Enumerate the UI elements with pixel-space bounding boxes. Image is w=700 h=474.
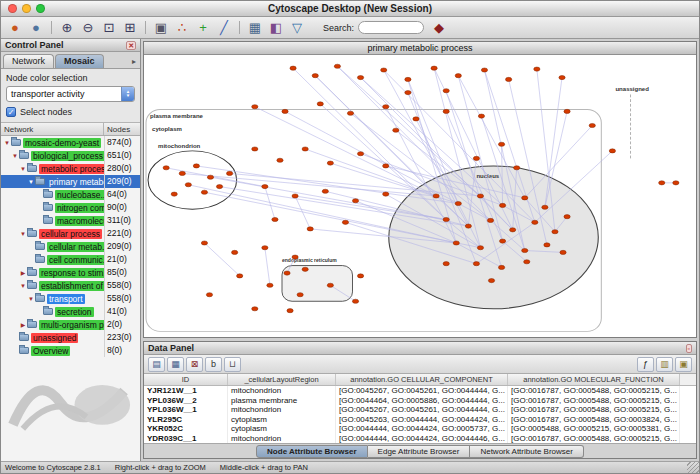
network-node[interactable] <box>455 74 461 78</box>
network-node[interactable] <box>544 243 550 247</box>
tree-row-metabolic-process[interactable]: ▼metabolic process280(0) <box>1 162 140 175</box>
minimize-button[interactable] <box>22 4 31 13</box>
network-node[interactable] <box>393 128 399 132</box>
network-node[interactable] <box>347 111 353 115</box>
zoom-in-button[interactable]: ⊕ <box>57 19 77 37</box>
network-node[interactable] <box>589 123 595 127</box>
network-node[interactable] <box>207 175 213 179</box>
function-builder-button[interactable]: ƒ <box>637 357 654 372</box>
zoom-out-button[interactable]: ⊖ <box>78 19 98 37</box>
network-node[interactable] <box>433 194 439 198</box>
network-node[interactable] <box>532 220 538 224</box>
network-node[interactable] <box>287 309 293 313</box>
network-node[interactable] <box>522 248 528 252</box>
network-node[interactable] <box>317 102 323 106</box>
network-node[interactable] <box>609 149 615 153</box>
network-node[interactable] <box>431 66 437 70</box>
network-node[interactable] <box>206 293 212 297</box>
network-node[interactable] <box>383 164 389 168</box>
network-node[interactable] <box>443 262 449 266</box>
table-row[interactable]: YDR039C__1mitochondrion[GO:0044444, GO:0… <box>144 434 696 444</box>
network-node[interactable] <box>201 241 207 245</box>
network-node[interactable] <box>226 171 232 175</box>
column-header-id[interactable]: ID <box>144 374 228 385</box>
tree-row-biological-process[interactable]: ▼biological_process651(0) <box>1 149 140 162</box>
close-button[interactable] <box>8 4 17 13</box>
network-node[interactable] <box>216 185 222 189</box>
network-node[interactable] <box>277 158 283 162</box>
network-node[interactable] <box>342 220 348 224</box>
tree-row-cell-communic[interactable]: cell communic...21(0) <box>1 253 140 266</box>
network-node[interactable] <box>443 217 449 221</box>
network-node[interactable] <box>534 67 540 71</box>
expand-arrow-icon[interactable]: ▼ <box>19 283 27 289</box>
destroy-network-button[interactable]: ● <box>5 19 25 37</box>
tree-row-multi-organism-pr[interactable]: ▶multi-organism pr...2(0) <box>1 318 140 331</box>
add-edge-button[interactable]: ╱ <box>214 19 234 37</box>
network-overview-button[interactable]: ∴ <box>172 19 192 37</box>
network-node[interactable] <box>302 147 308 151</box>
delete-attribute-button[interactable]: ⊠ <box>186 357 203 372</box>
network-node[interactable] <box>473 262 479 266</box>
network-node[interactable] <box>284 271 290 275</box>
tree-row-cellular-process[interactable]: ▼cellular process221(0) <box>1 227 140 240</box>
network-node[interactable] <box>405 91 411 95</box>
snapshot-button[interactable]: ▣ <box>151 19 171 37</box>
network-node[interactable] <box>312 74 318 78</box>
network-node[interactable] <box>163 166 169 170</box>
network-canvas[interactable]: plasma membrane cytoplasm mitochondrion … <box>144 55 696 337</box>
create-network-button[interactable]: ● <box>26 19 46 37</box>
network-node[interactable] <box>322 189 328 193</box>
export-attributes-button[interactable]: ▣ <box>675 357 692 372</box>
network-node[interactable] <box>473 156 479 160</box>
network-node[interactable] <box>302 267 308 271</box>
network-node[interactable] <box>560 250 566 254</box>
tree-row-unassigned[interactable]: unassigned223(0) <box>1 331 140 344</box>
network-node[interactable] <box>405 77 411 81</box>
network-node[interactable] <box>252 147 258 151</box>
network-node[interactable] <box>383 192 389 196</box>
network-node[interactable] <box>564 215 570 219</box>
birds-eye-view[interactable] <box>3 361 138 435</box>
network-node[interactable] <box>252 307 258 311</box>
tree-row-overview[interactable]: Overview8(0) <box>1 344 140 357</box>
network-node[interactable] <box>262 185 268 189</box>
network-node[interactable] <box>506 77 512 81</box>
network-node[interactable] <box>498 265 504 269</box>
network-node[interactable] <box>481 68 487 72</box>
network-node[interactable] <box>252 105 258 109</box>
zoom-button[interactable] <box>36 4 45 13</box>
expand-arrow-icon[interactable]: ▼ <box>19 166 27 172</box>
network-node[interactable] <box>498 142 504 146</box>
resize-grip[interactable] <box>687 462 699 474</box>
tree-row-cellular-metab[interactable]: cellular metab...209(0) <box>1 240 140 253</box>
network-node[interactable] <box>477 246 483 250</box>
import-table-button[interactable]: ▦ <box>245 19 265 37</box>
tab-network-attribute-browser[interactable]: Network Attribute Browser <box>470 445 583 458</box>
zoom-fit-button[interactable]: ⊞ <box>120 19 140 37</box>
network-node[interactable] <box>499 239 505 243</box>
tab-scroll-right-icon[interactable]: ▸ <box>132 57 138 68</box>
tree-row-primary-metabo[interactable]: ▼primary metabo...209(0) <box>1 175 140 188</box>
tree-row-mosaic-demo-yeast[interactable]: ▼mosaic-demo-yeast874(0) <box>1 136 140 149</box>
network-node[interactable] <box>185 183 191 187</box>
tree-row-secretion[interactable]: secretion41(0) <box>1 305 140 318</box>
network-node[interactable] <box>262 246 268 250</box>
float-panel-icon[interactable]: ▫ <box>686 344 692 353</box>
collapse-arrow-icon[interactable]: ▶ <box>19 321 27 328</box>
column-header-cellularlayoutregion[interactable]: _cellularLayoutRegion <box>228 374 336 385</box>
network-node[interactable] <box>193 164 199 168</box>
add-node-button[interactable]: + <box>193 19 213 37</box>
enhanced-search-button[interactable]: ◆ <box>429 19 449 37</box>
rename-attribute-button[interactable]: b <box>205 357 222 372</box>
network-node[interactable] <box>357 274 363 278</box>
node-color-dropdown[interactable]: transporter activity ▲▼ <box>6 86 135 102</box>
column-header-annotation-go-molecular-function[interactable]: annotation.GO MOLECULAR_FUNCTION <box>508 374 680 385</box>
tree-row-nitrogen-compo[interactable]: nitrogen compo...90(0) <box>1 201 140 214</box>
expand-arrow-icon[interactable]: ▼ <box>11 153 19 159</box>
zoom-selected-region-button[interactable]: ⊡ <box>99 19 119 37</box>
table-row[interactable]: YJR121W__1mitochondrion[GO:0045267, GO:0… <box>144 386 696 396</box>
network-node[interactable] <box>564 109 570 113</box>
network-node[interactable] <box>673 181 679 185</box>
tree-row-macromolecul[interactable]: macromolecul...311(0) <box>1 214 140 227</box>
